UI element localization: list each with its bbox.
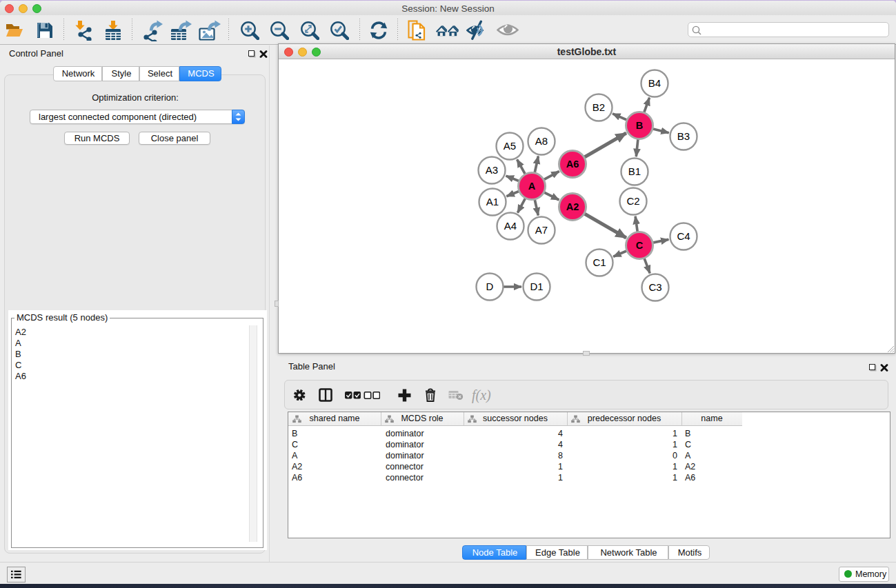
svg-text:A2: A2 (566, 201, 579, 212)
svg-text:A1: A1 (486, 196, 499, 207)
svg-text:A5: A5 (504, 140, 516, 152)
svg-text:B2: B2 (593, 101, 605, 113)
svg-text:B4: B4 (648, 77, 661, 89)
svg-text:B3: B3 (677, 130, 690, 142)
svg-text:A6: A6 (566, 159, 579, 170)
svg-text:C: C (636, 240, 644, 251)
svg-text:A8: A8 (535, 135, 548, 147)
svg-text:C4: C4 (677, 230, 690, 242)
svg-text:A4: A4 (504, 220, 517, 232)
svg-text:A7: A7 (535, 224, 548, 236)
svg-text:A3: A3 (486, 164, 498, 176)
svg-text:C2: C2 (626, 195, 639, 207)
svg-text:A: A (528, 181, 536, 192)
svg-text:D1: D1 (530, 281, 543, 292)
svg-text:C1: C1 (593, 256, 606, 268)
svg-text:D: D (486, 281, 494, 292)
svg-text:B1: B1 (628, 165, 641, 177)
svg-text:C3: C3 (648, 281, 661, 293)
svg-text:B: B (636, 120, 643, 131)
